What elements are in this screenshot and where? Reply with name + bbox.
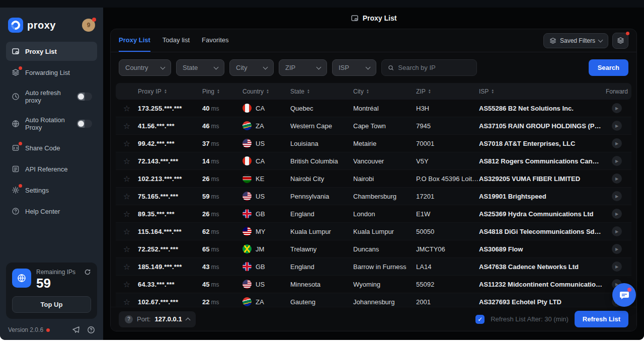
column-header-country[interactable]: Country▲▼ <box>243 88 290 95</box>
country-flag-icon <box>243 121 252 130</box>
table-row[interactable]: ☆ 72.143.***.*** 14ms CA British Columbi… <box>116 152 631 170</box>
state-filter-dropdown[interactable]: State <box>176 59 224 76</box>
forward-button[interactable]: ▶ <box>612 191 622 201</box>
forward-button[interactable]: ▶ <box>612 226 622 236</box>
forward-button[interactable]: ▶ <box>612 244 622 254</box>
city-cell: Wyoming <box>353 281 416 288</box>
proxy-ip-cell: 102.213.***.*** <box>138 175 202 183</box>
favorite-star-icon[interactable]: ☆ <box>123 297 130 307</box>
forward-button[interactable]: ▶ <box>612 121 622 131</box>
search-input[interactable] <box>398 64 470 71</box>
table-row[interactable]: ☆ 102.213.***.*** 26ms KE Nairobi City N… <box>116 170 631 188</box>
country-cell: US <box>243 280 290 289</box>
column-header-city[interactable]: City▲▼ <box>353 88 416 95</box>
zip-cell: 50050 <box>416 228 479 235</box>
sidebar-item-forwarding-list[interactable]: Forwarding List <box>6 63 97 82</box>
column-header-ping[interactable]: Ping▲▼ <box>202 88 243 95</box>
saved-filters-button[interactable]: Saved Filters <box>543 33 608 48</box>
column-header-state[interactable]: State▲▼ <box>290 88 353 95</box>
zip-cell: 2001 <box>416 298 479 306</box>
table-row[interactable]: ☆ 41.56.***.*** 46ms ZA Western Cape Cap… <box>116 117 631 135</box>
isp-cell: AS55286 B2 Net Solutions Inc. <box>479 105 602 112</box>
avatar[interactable]: 9 <box>82 19 95 32</box>
main-area: Proxy List Proxy List Today list Favorit… <box>103 8 644 340</box>
badge-dot <box>19 184 22 188</box>
table-row[interactable]: ☆ 89.35.***.*** 26ms GB England London E… <box>116 205 631 223</box>
search-button[interactable]: Search <box>589 59 628 76</box>
table-row[interactable]: ☆ 99.42.***.*** 37ms US Louisiana Metair… <box>116 135 631 152</box>
state-cell: England <box>290 210 353 218</box>
table-row[interactable]: ☆ 75.165.***.*** 59ms US Pennsylvania Ch… <box>116 188 631 205</box>
forward-button[interactable]: ▶ <box>612 209 622 219</box>
sidebar-item-api-reference[interactable]: API Reference <box>6 159 97 179</box>
column-header-zip[interactable]: ZIP▲▼ <box>416 88 479 95</box>
favorite-star-icon[interactable]: ☆ <box>123 139 130 148</box>
tab-today-list[interactable]: Today list <box>163 29 190 52</box>
favorite-star-icon[interactable]: ☆ <box>123 280 130 289</box>
forward-button[interactable]: ▶ <box>612 138 622 148</box>
country-flag-icon <box>243 156 252 165</box>
forward-button[interactable]: ▶ <box>612 262 622 272</box>
proxy-ip-cell: 99.42.***.*** <box>138 140 202 147</box>
country-filter-dropdown[interactable]: Country <box>119 59 171 76</box>
column-header-isp[interactable]: ISP▲▼ <box>479 88 602 95</box>
search-by-ip-box[interactable] <box>381 59 477 76</box>
favorite-star-icon[interactable]: ☆ <box>123 262 130 272</box>
refresh-after-checkbox[interactable]: ✓ <box>475 315 485 324</box>
chat-support-button[interactable] <box>612 283 636 307</box>
state-cell: Western Cape <box>290 122 353 130</box>
page-title-icon <box>351 14 359 22</box>
favorite-star-icon[interactable]: ☆ <box>123 244 130 254</box>
proxy-ip-cell: 185.149.***.*** <box>138 263 202 271</box>
sidebar-item-help-center[interactable]: Help Center <box>6 202 97 221</box>
favorite-star-icon[interactable]: ☆ <box>123 174 130 184</box>
tab-proxy-list[interactable]: Proxy List <box>119 29 150 52</box>
table-body: ☆ 173.255.***.*** 40ms CA Quebec Montréa… <box>116 100 631 307</box>
forward-button[interactable]: ▶ <box>612 156 622 166</box>
favorite-star-icon[interactable]: ☆ <box>123 121 130 131</box>
table-row[interactable]: ☆ 115.164.***.*** 62ms MY Kuala Lumpur K… <box>116 223 631 240</box>
sidebar-menu: Proxy List Forwarding List Auto refresh … <box>6 42 97 221</box>
zip-cell: LA14 <box>416 263 479 271</box>
top-up-button[interactable]: Top Up <box>12 296 91 313</box>
sidebar-item-proxy-list[interactable]: Proxy List <box>6 42 97 61</box>
favorite-star-icon[interactable]: ☆ <box>123 104 130 113</box>
isp-filter-dropdown[interactable]: ISP <box>332 59 376 76</box>
port-selector[interactable]: ? Port: 127.0.0.1 <box>119 311 196 327</box>
tab-favorites[interactable]: Favorites <box>202 29 228 52</box>
zip-filter-dropdown[interactable]: ZIP <box>279 59 327 76</box>
city-filter-dropdown[interactable]: City <box>229 59 274 76</box>
sidebar-item-label: Proxy List <box>25 48 57 55</box>
table-row[interactable]: ☆ 64.33.***.*** 45ms US Minnesota Wyomin… <box>116 276 631 293</box>
city-cell: Cape Town <box>353 122 416 130</box>
auto-rotation-toggle[interactable] <box>77 120 92 128</box>
sidebar-item-label: API Reference <box>25 165 68 173</box>
filter-sets-button[interactable] <box>612 33 628 49</box>
favorite-star-icon[interactable]: ☆ <box>123 209 130 219</box>
ping-cell: 43ms <box>202 263 243 271</box>
forward-button[interactable]: ▶ <box>612 173 622 184</box>
help-circle-icon[interactable] <box>87 326 95 334</box>
table-row[interactable]: ☆ 102.67.***.*** 22ms ZA Gauteng Johanne… <box>116 293 631 307</box>
sidebar-item-share-code[interactable]: Share Code <box>6 138 97 157</box>
refresh-ips-icon[interactable] <box>84 269 91 276</box>
country-flag-icon <box>243 297 252 306</box>
help-icon <box>11 207 20 216</box>
sidebar-item-auto-rotation-proxy[interactable]: Auto Rotation Proxy <box>6 111 97 136</box>
table-row[interactable]: ☆ 173.255.***.*** 40ms CA Quebec Montréa… <box>116 100 631 117</box>
sidebar-item-settings[interactable]: Settings <box>6 181 97 200</box>
favorite-star-icon[interactable]: ☆ <box>123 156 130 166</box>
sidebar-item-auto-refresh-proxy[interactable]: Auto refresh proxy <box>6 84 97 109</box>
favorite-star-icon[interactable]: ☆ <box>123 192 130 201</box>
refresh-list-button[interactable]: Refresh List <box>575 311 628 327</box>
table-row[interactable]: ☆ 185.149.***.*** 43ms GB England Barrow… <box>116 258 631 276</box>
table-row[interactable]: ☆ 72.252.***.*** 65ms JM Trelawny Duncan… <box>116 240 631 258</box>
telegram-icon[interactable] <box>72 326 80 334</box>
auto-refresh-toggle[interactable] <box>77 93 92 101</box>
forward-button[interactable]: ▶ <box>612 103 622 113</box>
column-header-proxy-ip[interactable]: Proxy IP▲▼ <box>138 88 202 95</box>
country-flag-icon <box>243 174 252 183</box>
zip-cell: JMCTY06 <box>416 245 479 253</box>
logo-text: proxy <box>27 20 56 31</box>
favorite-star-icon[interactable]: ☆ <box>123 227 130 236</box>
